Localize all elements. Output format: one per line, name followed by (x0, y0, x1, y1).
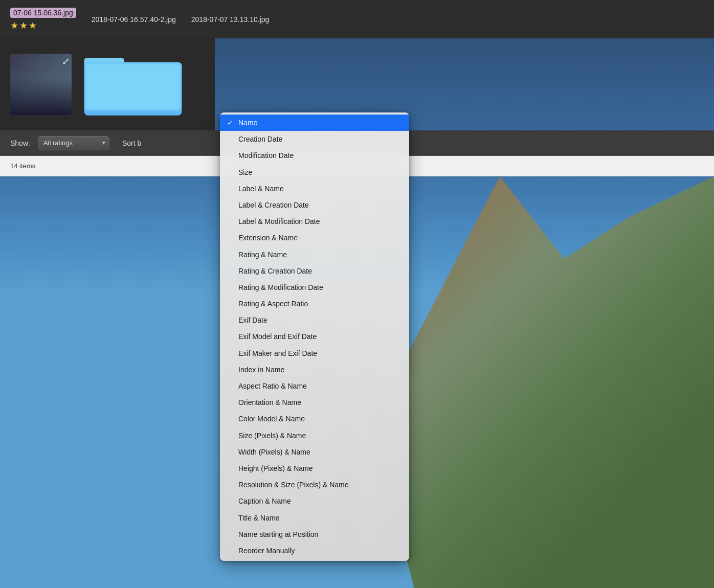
dropdown-item-exif-model-exif-date[interactable]: Exif Model and Exif Date (220, 328, 409, 345)
dropdown-item-label-color-model-name: Color Model & Name (238, 414, 401, 423)
dropdown-item-label-index-in-name: Index in Name (238, 365, 401, 374)
dropdown-item-label-size: Size (238, 168, 401, 177)
dropdown-item-label-title-name: Title & Name (238, 513, 401, 523)
dropdown-item-label-name[interactable]: Label & Name (220, 180, 409, 197)
dropdown-item-label-reorder-manually: Reorder Manually (238, 546, 401, 555)
file-tab-2[interactable]: 2018-07-06 16.57.40-2.jpg (92, 15, 176, 24)
show-select-wrapper[interactable]: All ratings (38, 136, 109, 150)
svg-rect-3 (86, 64, 180, 109)
dropdown-item-extension-name[interactable]: Extension & Name (220, 230, 409, 246)
dropdown-item-label-label-name: Label & Name (238, 184, 401, 193)
sort-label: Sort b (122, 139, 141, 147)
dropdown-item-label-label-creation-date: Label & Creation Date (238, 200, 401, 210)
dropdown-item-label-resolution-size-name: Resolution & Size (Pixels) & Name (238, 480, 401, 489)
dropdown-item-width-pixels-name[interactable]: Width (Pixels) & Name (220, 444, 409, 460)
dropdown-item-label-creation-date[interactable]: Label & Creation Date (220, 197, 409, 213)
dropdown-item-label-label-modification-date: Label & Modification Date (238, 217, 401, 226)
dropdown-item-label-caption-name: Caption & Name (238, 496, 401, 506)
dropdown-item-label-name-starting-position: Name starting at Position (238, 530, 401, 539)
dropdown-item-label-exif-maker-exif-date: Exif Maker and Exif Date (238, 349, 401, 358)
file-tab-1-stars: ★★★ (10, 20, 76, 31)
dropdown-item-label-modification-date: Modification Date (238, 151, 401, 160)
dropdown-item-label-extension-name: Extension & Name (238, 233, 401, 242)
dropdown-item-label-exif-model-exif-date: Exif Model and Exif Date (238, 332, 401, 341)
dropdown-item-name[interactable]: ✓Name (220, 115, 409, 131)
dropdown-item-rating-creation-date[interactable]: Rating & Creation Date (220, 263, 409, 279)
dropdown-item-label-size-pixels-name: Size (Pixels) & Name (238, 431, 401, 440)
dropdown-item-color-model-name[interactable]: Color Model & Name (220, 411, 409, 427)
dropdown-item-rating-aspect-ratio[interactable]: Rating & Aspect Ratio (220, 296, 409, 312)
dropdown-item-exif-date[interactable]: Exif Date (220, 312, 409, 328)
folder-icon (82, 51, 184, 118)
file-tab-2-name: 2018-07-06 16.57.40-2.jpg (92, 15, 176, 24)
show-select[interactable]: All ratings (38, 136, 109, 150)
dropdown-item-label-modification-date[interactable]: Label & Modification Date (220, 213, 409, 230)
thumbnail-image (10, 54, 72, 115)
check-icon-name: ✓ (227, 118, 234, 127)
dropdown-item-label-rating-aspect-ratio: Rating & Aspect Ratio (238, 299, 401, 308)
dropdown-item-size[interactable]: Size (220, 164, 409, 180)
dropdown-item-label-aspect-ratio-name: Aspect Ratio & Name (238, 381, 401, 391)
dropdown-item-label-exif-date: Exif Date (238, 315, 401, 325)
file-tab-3-name: 2018-07-07 13.13.10.jpg (191, 15, 270, 24)
dropdown-item-modification-date[interactable]: Modification Date (220, 147, 409, 164)
dropdown-item-aspect-ratio-name[interactable]: Aspect Ratio & Name (220, 378, 409, 394)
sort-dropdown[interactable]: ✓NameCreation DateModification DateSizeL… (220, 112, 409, 561)
dropdown-item-rating-modification-date[interactable]: Rating & Modification Date (220, 279, 409, 296)
dropdown-item-title-name[interactable]: Title & Name (220, 510, 409, 526)
dropdown-item-label-rating-modification-date: Rating & Modification Date (238, 283, 401, 292)
dropdown-item-label-name: Name (238, 118, 401, 127)
file-tab-3[interactable]: 2018-07-07 13.13.10.jpg (191, 15, 270, 24)
dropdown-item-height-pixels-name[interactable]: Height (Pixels) & Name (220, 460, 409, 477)
file-tab-1[interactable]: 07-06 15.06.36.jpg ★★★ (10, 8, 76, 31)
dropdown-item-label-orientation-name: Orientation & Name (238, 398, 401, 407)
dropdown-item-index-in-name[interactable]: Index in Name (220, 361, 409, 378)
items-count: 14 items (10, 162, 35, 170)
dropdown-item-label-height-pixels-name: Height (Pixels) & Name (238, 464, 401, 473)
dropdown-item-resolution-size-name[interactable]: Resolution & Size (Pixels) & Name (220, 477, 409, 493)
file-header: 07-06 15.06.36.jpg ★★★ 2018-07-06 16.57.… (0, 0, 714, 38)
dropdown-item-label-rating-name: Rating & Name (238, 250, 401, 259)
dropdown-item-size-pixels-name[interactable]: Size (Pixels) & Name (220, 427, 409, 444)
dropdown-item-exif-maker-exif-date[interactable]: Exif Maker and Exif Date (220, 345, 409, 361)
file-tab-1-name: 07-06 15.06.36.jpg (10, 8, 76, 18)
dropdown-item-caption-name[interactable]: Caption & Name (220, 493, 409, 509)
dropdown-item-reorder-manually[interactable]: Reorder Manually (220, 542, 409, 559)
dropdown-item-rating-name[interactable]: Rating & Name (220, 246, 409, 263)
thumbnail-area (0, 38, 215, 130)
dropdown-item-label-creation-date: Creation Date (238, 134, 401, 144)
dropdown-item-label-width-pixels-name: Width (Pixels) & Name (238, 447, 401, 457)
dropdown-item-creation-date[interactable]: Creation Date (220, 131, 409, 147)
dropdown-item-label-rating-creation-date: Rating & Creation Date (238, 266, 401, 276)
show-label: Show: (10, 139, 30, 147)
dropdown-item-name-starting-position[interactable]: Name starting at Position (220, 526, 409, 542)
dropdown-item-orientation-name[interactable]: Orientation & Name (220, 394, 409, 411)
